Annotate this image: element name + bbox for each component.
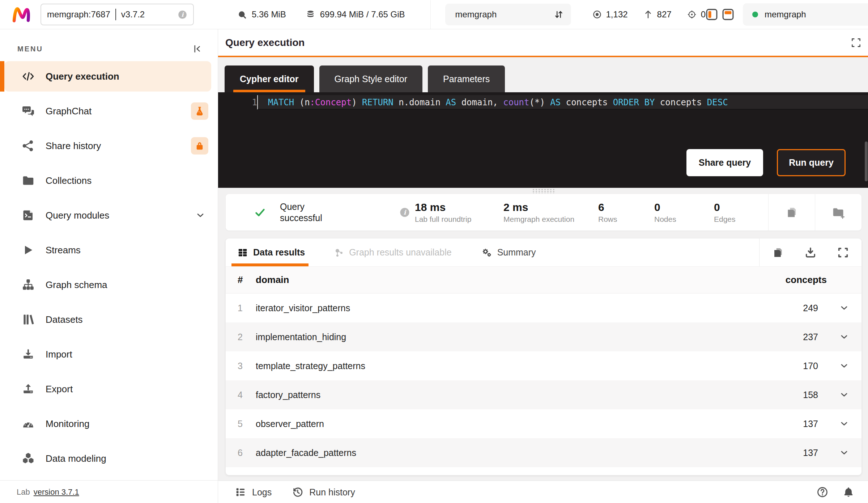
sidebar-item-import[interactable]: Import bbox=[0, 337, 218, 372]
sidebar-item-query-modules[interactable]: Query modules bbox=[0, 198, 218, 233]
copy-results-icon[interactable] bbox=[772, 246, 784, 259]
storage-usage-value: 5.36 MiB bbox=[252, 9, 286, 20]
metric-value: 6 bbox=[598, 201, 654, 214]
help-icon[interactable] bbox=[816, 486, 829, 498]
row-number: 6 bbox=[226, 448, 256, 458]
table-row[interactable]: 3template_strategy_patterns170 bbox=[226, 351, 861, 380]
sidebar-item-data-modeling[interactable]: Data modeling bbox=[0, 441, 218, 476]
connection-name: memgraph bbox=[765, 9, 806, 20]
row-expand-chevron-icon[interactable] bbox=[839, 332, 849, 342]
nodes-icon bbox=[592, 9, 602, 20]
info-icon[interactable]: i bbox=[399, 207, 410, 218]
row-expand-chevron-icon[interactable] bbox=[839, 419, 849, 429]
info-icon[interactable]: i bbox=[178, 10, 187, 20]
column-header-domain: domain bbox=[256, 274, 762, 286]
lab-label: Lab bbox=[17, 487, 30, 497]
row-number: 5 bbox=[226, 419, 256, 429]
tab-cypher-editor[interactable]: Cypher editor bbox=[225, 65, 314, 92]
layout-top-panel-icon[interactable] bbox=[722, 8, 734, 21]
sidebar-item-label: Data modeling bbox=[46, 453, 106, 464]
row-domain-value: adapter_facade_patterns bbox=[256, 448, 762, 458]
row-concepts-value: 137 bbox=[803, 448, 827, 458]
expand-panel-icon[interactable] bbox=[850, 37, 862, 48]
line-number: 1 bbox=[218, 95, 257, 110]
table-row[interactable]: 5observer_pattern137 bbox=[226, 409, 861, 438]
connection-selector[interactable]: memgraph bbox=[743, 3, 868, 26]
sidebar-item-collections[interactable]: Collections bbox=[0, 163, 218, 198]
tab-graph-style-editor[interactable]: Graph Style editor bbox=[319, 65, 423, 92]
metric-nodes: 0Nodes bbox=[654, 201, 714, 224]
share-icon bbox=[22, 139, 35, 152]
sidebar-item-label: Query modules bbox=[46, 210, 109, 221]
sidebar-item-streams[interactable]: Streams bbox=[0, 233, 218, 267]
edge-count: 827 bbox=[643, 9, 672, 20]
table-row[interactable]: 6adapter_facade_patterns137 bbox=[226, 438, 861, 467]
save-to-collection-button[interactable] bbox=[815, 194, 861, 231]
row-expand-chevron-icon[interactable] bbox=[839, 361, 849, 371]
code-content[interactable]: MATCH (n:Concept) RETURN n.domain AS dom… bbox=[257, 95, 868, 110]
sidebar-item-query-execution[interactable]: Query execution bbox=[0, 59, 218, 94]
sidebar-item-graphchat[interactable]: GraphChat bbox=[0, 94, 218, 128]
gauge-icon bbox=[22, 417, 35, 430]
logs-label: Logs bbox=[252, 487, 272, 498]
sidebar-item-datasets[interactable]: Datasets bbox=[0, 302, 218, 337]
metric-edges: 0Edges bbox=[714, 201, 768, 224]
sidebar: MENU Query executionGraphChatShare histo… bbox=[0, 29, 218, 503]
row-domain-value: implementation_hiding bbox=[256, 332, 762, 342]
row-expand-chevron-icon[interactable] bbox=[839, 390, 849, 400]
database-selector[interactable]: memgraph bbox=[445, 4, 571, 25]
sidebar-item-monitoring[interactable]: Monitoring bbox=[0, 406, 218, 441]
sidebar-item-graph-schema[interactable]: Graph schema bbox=[0, 267, 218, 302]
query-status-message: Query successful bbox=[280, 201, 334, 224]
connection-info-box[interactable]: memgraph:7687 v3.7.2 i bbox=[41, 4, 194, 25]
metric-memgraph-execution: 2 msMemgraph execution bbox=[503, 201, 598, 224]
row-expand-chevron-icon[interactable] bbox=[839, 303, 849, 313]
metric-label: Nodes bbox=[654, 215, 714, 224]
results-tab-data-results[interactable]: Data results bbox=[237, 238, 305, 266]
editor-scrollbar[interactable] bbox=[865, 141, 868, 181]
tab-parameters[interactable]: Parameters bbox=[428, 65, 505, 92]
run-history-button[interactable]: Run history bbox=[292, 486, 355, 498]
graph-icon bbox=[333, 247, 344, 258]
sidebar-item-label: Export bbox=[46, 384, 73, 395]
row-domain-value: observer_pattern bbox=[256, 419, 762, 429]
bottom-bar: Logs Run history bbox=[218, 481, 868, 503]
metric-value: 2 ms bbox=[503, 201, 598, 214]
share-query-button[interactable]: Share query bbox=[686, 149, 763, 176]
sidebar-footer: Lab version 3.7.1 bbox=[0, 480, 218, 503]
metric-value: 18 ms bbox=[415, 201, 503, 214]
run-query-button[interactable]: Run query bbox=[777, 149, 846, 176]
row-concepts-value: 249 bbox=[803, 303, 827, 313]
cypher-editor[interactable]: 1 MATCH (n:Concept) RETURN n.domain AS d… bbox=[218, 92, 868, 188]
layout-left-panel-icon[interactable] bbox=[706, 8, 718, 21]
logs-button[interactable]: Logs bbox=[235, 486, 272, 498]
collapse-sidebar-icon[interactable] bbox=[192, 44, 202, 54]
table-row[interactable]: 2implementation_hiding237 bbox=[226, 322, 861, 351]
code-line[interactable]: 1 MATCH (n:Concept) RETURN n.domain AS d… bbox=[218, 95, 868, 110]
export-icon bbox=[22, 382, 35, 396]
table-row[interactable]: 1iterator_visitor_patterns249 bbox=[226, 293, 861, 322]
graph-counts: 1,132 827 0 bbox=[592, 9, 706, 20]
panel-resize-handle[interactable] bbox=[532, 189, 555, 194]
copy-results-button[interactable] bbox=[768, 194, 815, 231]
chat-icon bbox=[22, 105, 35, 118]
label-count: 0 bbox=[687, 9, 706, 20]
table-row[interactable]: 4factory_patterns158 bbox=[226, 380, 861, 409]
version-link[interactable]: version 3.7.1 bbox=[34, 487, 79, 497]
sidebar-item-export[interactable]: Export bbox=[0, 372, 218, 406]
row-expand-chevron-icon[interactable] bbox=[839, 448, 849, 458]
row-number: 1 bbox=[226, 303, 256, 313]
connection-status-dot bbox=[752, 12, 758, 17]
notifications-bell-icon[interactable] bbox=[842, 486, 855, 498]
download-results-icon[interactable] bbox=[804, 246, 817, 259]
logs-icon bbox=[235, 486, 246, 498]
results-table-header: # domain concepts bbox=[226, 267, 861, 293]
expand-results-icon[interactable] bbox=[837, 246, 849, 259]
storage-usage-stat: 5.36 MiB bbox=[237, 9, 286, 20]
results-tab-summary[interactable]: Summary bbox=[481, 238, 536, 266]
node-count-value: 1,132 bbox=[606, 9, 628, 20]
chevron-down-icon[interactable] bbox=[195, 210, 205, 220]
success-check-icon bbox=[254, 206, 266, 219]
row-number: 2 bbox=[226, 332, 256, 342]
sidebar-item-share-history[interactable]: Share history bbox=[0, 128, 218, 163]
